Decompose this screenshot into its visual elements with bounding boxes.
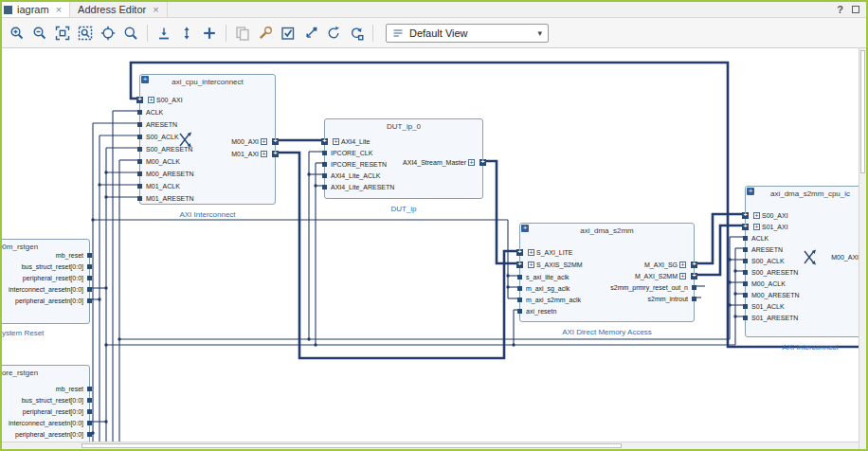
close-icon[interactable]: × (56, 4, 62, 15)
pin[interactable] (743, 247, 748, 252)
port-left[interactable]: +S01_AXI (751, 222, 788, 231)
pin[interactable] (87, 409, 92, 414)
port-left[interactable]: ARESETN (146, 119, 177, 129)
pin[interactable] (87, 432, 92, 437)
block-rstgen_core[interactable]: core_rstgenmb_resetbus_struct_reset[0:0]… (2, 365, 90, 442)
bus-pin[interactable]: + (691, 273, 697, 280)
expand-interface-icon[interactable]: + (753, 212, 760, 219)
expand-block-icon[interactable]: + (747, 188, 754, 195)
tab-address-editor[interactable]: Address Editor × (70, 2, 168, 17)
pin[interactable] (137, 196, 142, 201)
refresh-modules-icon[interactable] (345, 22, 368, 45)
diagram-canvas[interactable]: axi_cpu_interconnect+++S00_AXIACLKARESET… (2, 48, 859, 442)
pin[interactable] (87, 298, 92, 303)
pin[interactable] (517, 286, 522, 291)
port-right[interactable]: peripheral_reset[0:0] (23, 406, 83, 416)
pin[interactable] (743, 270, 748, 275)
pin[interactable] (87, 264, 92, 269)
port-right[interactable]: M00_AXI+ (831, 252, 859, 262)
port-right[interactable]: M01_AXI+ (231, 149, 269, 158)
pin[interactable] (137, 110, 142, 115)
pin[interactable] (743, 281, 748, 286)
port-left[interactable]: S01_ACLK (751, 301, 785, 311)
pin[interactable] (137, 159, 142, 164)
port-right[interactable]: interconnect_aresetn[0:0] (9, 284, 83, 294)
pin[interactable] (137, 122, 142, 127)
expand-interface-icon[interactable]: + (261, 151, 267, 157)
port-left[interactable]: AXI4_Lite_ARESETN (331, 182, 394, 191)
bus-pin[interactable]: + (272, 151, 279, 157)
expand-block-icon[interactable]: + (521, 225, 529, 232)
block-axi_cpu_interconnect[interactable]: axi_cpu_interconnect+++S00_AXIACLKARESET… (139, 74, 276, 205)
port-left[interactable]: IPCORE_RESETN (331, 159, 387, 169)
port-left[interactable]: +S00_AXI (751, 210, 788, 220)
expand-interface-icon[interactable]: + (528, 262, 534, 268)
port-left[interactable]: ACLK (146, 107, 163, 117)
port-right[interactable]: M00_AXI+ (231, 136, 269, 146)
zoom-selection-icon[interactable] (74, 22, 97, 45)
expand-interface-icon[interactable]: + (753, 224, 760, 230)
horizontal-scrollbar-thumb[interactable] (81, 443, 622, 448)
port-right[interactable]: peripheral_aresetn[0:0] (15, 429, 83, 439)
help-icon[interactable]: ? (837, 4, 843, 15)
pin[interactable] (87, 276, 92, 280)
autofit-icon[interactable] (97, 22, 119, 45)
port-right[interactable]: peripheral_aresetn[0:0] (15, 296, 83, 305)
port-right[interactable]: s2mm_introut (648, 294, 688, 303)
port-left[interactable]: AXI4_Lite_ACLK (331, 171, 381, 180)
bus-pin[interactable]: + (691, 262, 697, 268)
port-left[interactable]: S01_ARESETN (751, 313, 798, 322)
expand-interface-icon[interactable]: + (528, 249, 534, 256)
pin[interactable] (87, 253, 92, 258)
port-right[interactable]: bus_struct_reset[0:0] (22, 395, 83, 405)
pin[interactable] (743, 316, 748, 320)
expand-interface-icon[interactable]: + (679, 262, 686, 268)
pin[interactable] (137, 135, 142, 139)
block-axi_dma_s2mm_cpu_ic[interactable]: axi_dma_s2mm_cpu_ic+++S00_AXI++S01_AXIAC… (745, 186, 859, 337)
bus-connection-wire[interactable] (695, 226, 745, 275)
pin[interactable] (692, 285, 696, 290)
horizontal-scrollbar[interactable] (2, 442, 859, 449)
validate-design-icon[interactable] (277, 22, 299, 45)
expand-block-icon[interactable]: + (141, 76, 149, 83)
pin[interactable] (322, 173, 327, 178)
port-left[interactable]: M01_ACLK (146, 181, 180, 190)
port-left[interactable]: s_axi_lite_aclk (526, 272, 570, 281)
port-left[interactable]: M00_ARESETN (751, 290, 800, 299)
port-right[interactable]: mb_reset (56, 250, 83, 260)
pin[interactable] (517, 298, 522, 302)
port-right[interactable]: s2mm_prmry_reset_out_n (610, 282, 688, 292)
port-left[interactable]: +S_AXIS_S2MM (526, 260, 583, 269)
regenerate-layout-icon[interactable] (322, 22, 345, 45)
zoom-in-icon[interactable] (6, 22, 28, 45)
port-left[interactable]: IPCORE_CLK (331, 148, 372, 157)
port-right[interactable]: mb_reset (56, 384, 83, 393)
pin[interactable] (87, 287, 92, 292)
view-selector-dropdown[interactable]: Default View ▾ (386, 24, 549, 43)
port-left[interactable]: M00_ACLK (751, 279, 786, 288)
vertical-scrollbar[interactable] (859, 48, 866, 449)
port-left[interactable]: +S00_AXI (146, 95, 183, 104)
port-left[interactable]: m_axi_sg_aclk (526, 283, 570, 293)
bus-pin[interactable]: + (516, 262, 523, 268)
port-left[interactable]: ACLK (751, 233, 769, 243)
zoom-fit-icon[interactable] (51, 22, 74, 45)
bus-pin[interactable]: + (742, 224, 749, 230)
search-icon[interactable] (119, 22, 142, 45)
expand-interface-icon[interactable]: + (468, 159, 475, 166)
port-left[interactable]: S00_ARESETN (751, 267, 798, 277)
port-left[interactable]: m_axi_s2mm_aclk (526, 295, 581, 304)
bus-pin[interactable]: + (321, 138, 328, 145)
tab-diagram[interactable]: iagram × (2, 2, 70, 17)
settings-wrench-icon[interactable] (254, 22, 277, 45)
zoom-out-icon[interactable] (28, 22, 51, 45)
pin[interactable] (137, 171, 142, 176)
port-left[interactable]: S00_ACLK (751, 256, 785, 265)
pin[interactable] (87, 387, 92, 391)
bus-connection-wire[interactable] (483, 161, 519, 263)
expand-interface-icon[interactable]: + (333, 138, 339, 145)
pin[interactable] (87, 398, 92, 403)
port-left[interactable]: M00_ACLK (146, 156, 180, 166)
pin[interactable] (743, 304, 748, 309)
pin[interactable] (517, 309, 522, 314)
